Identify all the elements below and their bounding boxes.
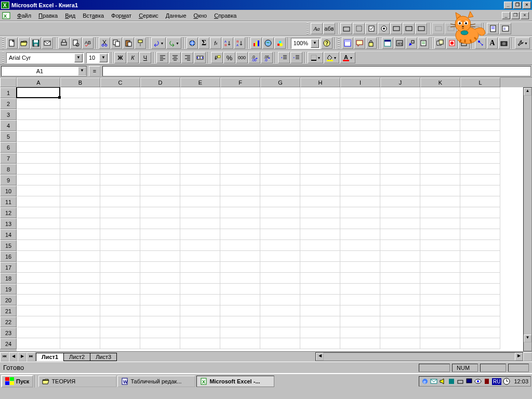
cell[interactable]	[60, 229, 100, 240]
cell[interactable]	[17, 153, 60, 164]
sort-desc-button[interactable]: ЯА	[234, 37, 245, 49]
autosum-button[interactable]: Σ	[198, 37, 210, 49]
cell[interactable]	[420, 218, 460, 229]
taskbar-item-1[interactable]: WТабличный редак...	[117, 376, 195, 387]
cell[interactable]	[340, 316, 380, 327]
cell[interactable]	[17, 175, 60, 185]
cell[interactable]	[380, 120, 420, 131]
cell[interactable]	[140, 273, 180, 284]
column-header-C[interactable]: C	[100, 77, 140, 87]
cell[interactable]	[220, 185, 260, 196]
cell[interactable]	[340, 153, 380, 164]
cell[interactable]	[300, 316, 340, 327]
scroll-right-button[interactable]: ▶	[515, 353, 523, 361]
cell[interactable]	[300, 207, 340, 218]
cell[interactable]	[180, 87, 220, 98]
form-button-4[interactable]	[432, 23, 444, 34]
cell[interactable]	[380, 87, 420, 98]
cell[interactable]	[17, 251, 60, 262]
cell[interactable]	[300, 251, 340, 262]
cell[interactable]	[60, 196, 100, 207]
cell[interactable]	[300, 142, 340, 153]
cell[interactable]	[420, 207, 460, 218]
cell[interactable]	[60, 262, 100, 273]
underline-button[interactable]: Ч	[139, 52, 151, 63]
form-button-1[interactable]	[390, 23, 402, 34]
cell[interactable]	[17, 207, 60, 218]
currency-button[interactable]: ₽	[211, 52, 223, 63]
cell[interactable]	[140, 87, 180, 98]
increase-decimal-button[interactable]: ,0,00	[248, 52, 260, 63]
taskbar-item-2[interactable]: XMicrosoft Excel -...	[196, 376, 274, 387]
cell[interactable]	[17, 98, 60, 109]
row-header-13[interactable]: 13	[0, 218, 17, 229]
cell[interactable]	[100, 142, 140, 153]
decrease-decimal-button[interactable]: ,00,0	[261, 52, 273, 63]
cell[interactable]	[380, 316, 420, 327]
font-name-combo[interactable]: Arial Cyr ▼	[6, 52, 84, 63]
cell[interactable]	[140, 218, 180, 229]
form-button-7[interactable]	[470, 23, 482, 34]
cell[interactable]	[100, 87, 140, 98]
borders-button[interactable]: ▼	[308, 52, 323, 63]
equals-button[interactable]: =	[89, 66, 100, 76]
cell[interactable]	[420, 87, 460, 98]
cell[interactable]	[340, 295, 380, 305]
cell[interactable]	[140, 196, 180, 207]
cell[interactable]	[60, 316, 100, 327]
tab-prev-button[interactable]: ◀	[9, 352, 18, 362]
lock-button[interactable]	[366, 37, 377, 49]
cell[interactable]	[180, 175, 220, 185]
cell[interactable]	[380, 153, 420, 164]
cell[interactable]	[60, 273, 100, 284]
tray-volume-icon[interactable]	[439, 378, 446, 385]
cell[interactable]	[100, 273, 140, 284]
cell[interactable]	[460, 218, 500, 229]
cell[interactable]	[180, 262, 220, 273]
hyperlink-button[interactable]	[187, 37, 198, 49]
cell[interactable]	[260, 229, 300, 240]
cell[interactable]	[420, 316, 460, 327]
cell[interactable]	[180, 316, 220, 327]
chart-button[interactable]	[250, 37, 262, 49]
cell[interactable]	[100, 327, 140, 338]
new-button[interactable]	[6, 37, 18, 49]
sheet-tab-Лист3[interactable]: Лист3	[90, 353, 117, 361]
fill-color-button[interactable]: ▼	[324, 52, 339, 63]
cell[interactable]	[380, 305, 420, 316]
cell[interactable]	[60, 131, 100, 142]
menu-данные[interactable]: Данные	[162, 11, 190, 20]
cell[interactable]	[340, 185, 380, 196]
scroll-down-button[interactable]: ▼	[524, 335, 531, 342]
cell[interactable]	[460, 273, 500, 284]
row-header-2[interactable]: 2	[0, 98, 17, 109]
form-button-2[interactable]	[403, 23, 415, 34]
cell[interactable]	[17, 109, 60, 120]
cell[interactable]	[60, 240, 100, 251]
email-button[interactable]	[42, 37, 53, 49]
cell[interactable]	[260, 251, 300, 262]
zoom-combo[interactable]: 100% ▼	[291, 38, 321, 49]
scroll-left-button[interactable]: ◀	[316, 353, 324, 361]
font-color-button[interactable]: A▼	[340, 52, 355, 63]
cell[interactable]	[17, 305, 60, 316]
name-box[interactable]: A1 ▼	[1, 66, 87, 76]
cell[interactable]	[180, 120, 220, 131]
cell[interactable]	[60, 284, 100, 295]
cell[interactable]	[460, 251, 500, 262]
cell[interactable]	[17, 327, 60, 338]
cell[interactable]	[300, 295, 340, 305]
cell[interactable]	[420, 164, 460, 175]
module-button[interactable]	[418, 37, 429, 49]
cell[interactable]	[100, 98, 140, 109]
cell[interactable]	[340, 284, 380, 295]
column-header-G[interactable]: G	[260, 77, 300, 87]
cell[interactable]	[17, 142, 60, 153]
cell[interactable]	[260, 273, 300, 284]
cell[interactable]	[180, 273, 220, 284]
align-left-button[interactable]	[156, 52, 168, 63]
cell[interactable]	[380, 207, 420, 218]
cell[interactable]	[60, 142, 100, 153]
cell[interactable]	[380, 229, 420, 240]
cell[interactable]	[140, 109, 180, 120]
